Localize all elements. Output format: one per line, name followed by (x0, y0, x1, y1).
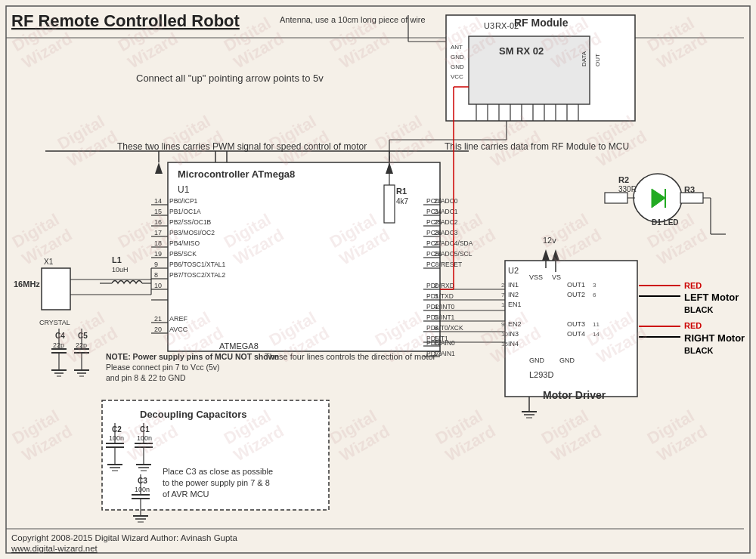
svg-text:2: 2 (501, 282, 505, 289)
svg-text:AREF: AREF (169, 315, 188, 323)
svg-text:27: 27 (434, 239, 442, 247)
svg-text:20: 20 (154, 326, 162, 333)
svg-text:RF Module: RF Module (514, 17, 569, 29)
svg-rect-124 (605, 193, 627, 203)
svg-text:PB0/ICP1: PB0/ICP1 (169, 197, 198, 205)
main-content: DigitalWizard DigitalWizard DigitalWizar… (0, 0, 756, 559)
svg-text:D1  LED: D1 LED (652, 218, 679, 227)
svg-text:LEFT Motor: LEFT Motor (684, 292, 739, 303)
svg-text:10: 10 (154, 282, 162, 289)
svg-text:PC8/RESET: PC8/RESET (426, 261, 462, 268)
svg-text:PD3/INT1: PD3/INT1 (426, 313, 455, 321)
svg-text:IN3: IN3 (508, 330, 519, 338)
svg-text:ANT: ANT (451, 44, 463, 51)
svg-text:Please connect pin  7  to Vcc : Please connect pin 7 to Vcc (5v) (106, 363, 220, 372)
svg-text:6: 6 (434, 324, 438, 332)
svg-text:U3: U3 (484, 21, 494, 30)
svg-text:NOTE: Power supply pins of MCU: NOTE: Power supply pins of MCU NOT shown (106, 352, 279, 361)
svg-text:L1: L1 (112, 255, 122, 264)
svg-text:OUT2: OUT2 (567, 291, 585, 298)
svg-text:R2: R2 (618, 175, 629, 184)
svg-text:9: 9 (501, 321, 505, 328)
svg-text:28: 28 (434, 250, 442, 258)
svg-marker-247 (542, 249, 550, 261)
svg-text:and pin 8 & 22 to GND: and pin 8 & 22 to GND (106, 373, 186, 382)
svg-text:VCC: VCC (451, 73, 463, 80)
svg-text:14: 14 (593, 331, 600, 338)
svg-text:CRYSTAL: CRYSTAL (39, 319, 70, 326)
svg-text:RED: RED (684, 281, 702, 290)
svg-text:12: 12 (434, 339, 442, 347)
svg-text:12v: 12v (543, 236, 556, 245)
svg-text:AVCC: AVCC (169, 326, 188, 333)
svg-text:GND: GND (451, 54, 464, 60)
svg-text:These four lines controls the : These four lines controls the direction … (265, 352, 436, 361)
svg-text:9: 9 (154, 261, 158, 268)
svg-text:4k7: 4k7 (396, 197, 409, 205)
svg-text:C3: C3 (138, 477, 147, 485)
svg-text:18: 18 (154, 239, 162, 247)
svg-text:PB7/TOSC2/XTAL2: PB7/TOSC2/XTAL2 (169, 271, 226, 279)
svg-text:BLACK: BLACK (684, 305, 714, 314)
svg-text:3: 3 (434, 292, 438, 300)
svg-marker-249 (552, 249, 559, 261)
svg-text:www.digital-wizard.net: www.digital-wizard.net (11, 544, 98, 553)
svg-text:PD2/INT0: PD2/INT0 (426, 303, 455, 310)
svg-text:4: 4 (434, 303, 438, 310)
svg-text:17: 17 (154, 229, 162, 236)
svg-text:R1: R1 (396, 187, 407, 196)
svg-text:1: 1 (501, 301, 505, 308)
svg-text:Antenna, use a 10cm long piece: Antenna, use a 10cm long piece of wire (280, 15, 426, 24)
svg-text:RED: RED (684, 321, 702, 330)
svg-text:2: 2 (434, 282, 438, 289)
svg-text:OUT: OUT (594, 54, 601, 66)
svg-text:VSS: VSS (529, 273, 543, 281)
svg-text:14: 14 (154, 197, 162, 205)
svg-text:OUT4: OUT4 (567, 330, 585, 338)
svg-rect-172 (42, 268, 70, 310)
svg-text:GND: GND (529, 357, 545, 364)
svg-text:21: 21 (154, 315, 162, 323)
svg-text:EN1: EN1 (508, 301, 522, 308)
svg-text:GND: GND (559, 357, 575, 364)
svg-text:3: 3 (593, 282, 596, 289)
svg-text:100n: 100n (137, 434, 152, 442)
svg-text:15: 15 (501, 341, 508, 347)
svg-text:16: 16 (154, 218, 162, 226)
svg-text:19: 19 (154, 250, 162, 258)
svg-text:PD4/T0/XCK: PD4/T0/XCK (426, 324, 463, 332)
svg-text:L293D: L293D (529, 370, 553, 379)
svg-text:C2: C2 (112, 425, 122, 434)
svg-text:7: 7 (501, 292, 505, 298)
svg-text:IN1: IN1 (508, 281, 519, 289)
svg-text:IN2: IN2 (508, 291, 519, 298)
svg-text:PB2/SS/OC1B: PB2/SS/OC1B (169, 218, 212, 226)
svg-text:6: 6 (593, 292, 596, 298)
svg-text:These two lines carries PWM si: These two lines carries PWM signal for s… (117, 141, 367, 152)
svg-text:BLACK: BLACK (684, 346, 714, 355)
svg-text:PD1/TXD: PD1/TXD (426, 292, 454, 300)
svg-text:PB5/SCK: PB5/SCK (169, 250, 197, 258)
svg-text:16MHz: 16MHz (14, 280, 40, 289)
svg-text:23: 23 (434, 197, 442, 205)
svg-text:Connect all "up" pointing arro: Connect all "up" pointing arrow points t… (136, 73, 324, 84)
svg-text:This line carries data from RF: This line carries data from RF Module to… (445, 141, 629, 152)
svg-text:24: 24 (434, 208, 442, 215)
svg-text:Microcontroller ATmega8: Microcontroller ATmega8 (178, 168, 295, 180)
svg-text:VS: VS (552, 273, 561, 281)
svg-text:Decoupling Capacitors: Decoupling Capacitors (140, 409, 247, 420)
svg-text:PB6/TOSC1/XTAL1: PB6/TOSC1/XTAL1 (169, 261, 226, 268)
svg-text:ATMEGA8: ATMEGA8 (219, 341, 259, 351)
svg-text:Motor Driver: Motor Driver (543, 389, 606, 401)
svg-text:5: 5 (434, 313, 438, 321)
svg-text:of AVR MCU: of AVR MCU (163, 490, 209, 499)
svg-text:IN4: IN4 (508, 340, 519, 347)
svg-text:U1: U1 (178, 184, 190, 195)
svg-text:to the power supply pin 7 & 8: to the power supply pin 7 & 8 (163, 478, 270, 487)
svg-text:26: 26 (434, 229, 442, 236)
svg-text:PB1/OC1A: PB1/OC1A (169, 208, 201, 215)
svg-text:SM RX 02: SM RX 02 (499, 45, 544, 57)
svg-text:RF Remote Controlled Robot: RF Remote Controlled Robot (11, 11, 240, 30)
svg-text:PB3/MOSI/OC2: PB3/MOSI/OC2 (169, 229, 215, 236)
svg-text:330R: 330R (618, 185, 637, 193)
